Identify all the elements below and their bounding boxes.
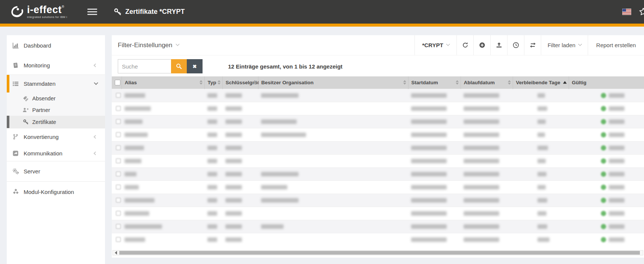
crypt-scope-dropdown[interactable]: *CRYPT	[414, 35, 456, 55]
valid-status	[572, 185, 644, 190]
row-checkbox[interactable]	[116, 224, 121, 229]
sidebar-item-stammdaten[interactable]: Stammdaten	[7, 75, 105, 92]
cubes-icon	[12, 189, 19, 195]
table-row[interactable]	[112, 89, 644, 102]
redacted-cell-text	[207, 159, 217, 163]
column-header-startdatum[interactable]: Startdatum	[408, 76, 461, 89]
scrollbar-thumb[interactable]	[119, 251, 640, 255]
sidebar-item-zertifikate[interactable]: Zertifikate	[7, 116, 105, 128]
column-header-besitzer-organisation[interactable]: Besitzer Organisation	[258, 76, 408, 89]
language-flag-icon[interactable]	[622, 9, 631, 15]
redacted-cell-text	[207, 133, 217, 137]
column-label: Startdatum	[411, 80, 438, 85]
chevron-down-icon	[578, 42, 582, 46]
sidebar-item-server[interactable]: Server	[7, 161, 105, 182]
history-button[interactable]	[507, 35, 524, 55]
row-checkbox[interactable]	[116, 172, 121, 176]
column-header-gueltig[interactable]: Gültig	[569, 76, 644, 89]
load-filter-dropdown[interactable]: Filter laden	[541, 35, 588, 55]
search-button[interactable]	[171, 59, 187, 73]
row-checkbox[interactable]	[116, 158, 121, 163]
row-checkbox[interactable]	[116, 93, 121, 98]
column-header-schluesselgroesse[interactable]: Schlüsselgröße	[222, 76, 258, 89]
redacted-cell-text	[411, 198, 447, 203]
row-checkbox[interactable]	[116, 119, 121, 124]
valid-status	[572, 198, 644, 203]
scroll-left-arrow-icon[interactable]	[115, 251, 117, 255]
cell-besitzer-organisation	[258, 141, 408, 154]
cell-typ	[204, 180, 222, 194]
row-checkbox[interactable]	[116, 211, 121, 216]
sidebar-item-label: Modul-Konfiguration	[24, 189, 74, 195]
table-row[interactable]	[112, 180, 644, 194]
table-row[interactable]	[112, 154, 644, 167]
refresh-button[interactable]	[456, 35, 473, 55]
row-select-cell	[112, 154, 122, 167]
redacted-status-text	[609, 133, 624, 137]
sidebar-item-dashboard[interactable]: Dashboard	[7, 35, 105, 56]
sort-icon	[403, 80, 406, 85]
table-row[interactable]	[112, 207, 644, 220]
column-label: Typ	[208, 80, 216, 85]
sidebar-item-absender[interactable]: Absender	[7, 92, 105, 104]
row-checkbox[interactable]	[116, 185, 121, 189]
table-row[interactable]	[112, 220, 644, 233]
row-checkbox[interactable]	[116, 106, 121, 111]
sidebar-item-monitoring[interactable]: Monitoring	[7, 56, 105, 75]
sidebar-item-modul-konfiguration[interactable]: Modul-Konfiguration	[7, 182, 105, 202]
sort-icon	[456, 80, 459, 85]
create-report-button[interactable]: Report erstellen	[588, 35, 644, 55]
sort-up-arrow-icon	[563, 81, 567, 84]
cell-alias	[122, 207, 204, 220]
column-header-ablaufdatum[interactable]: Ablaufdatum	[461, 76, 513, 89]
cell-ablaufdatum	[461, 220, 513, 233]
table-row[interactable]	[112, 194, 644, 207]
menu-toggle-icon[interactable]	[87, 9, 97, 15]
cell-besitzer-organisation	[258, 102, 408, 115]
cell-schluesselgroesse	[222, 207, 258, 220]
redacted-cell-text	[537, 159, 546, 163]
row-checkbox[interactable]	[116, 132, 121, 137]
table-row[interactable]	[112, 141, 644, 154]
sidebar-item-konvertierung[interactable]: Konvertierung	[7, 128, 105, 145]
cell-schluesselgroesse	[222, 220, 258, 233]
clear-search-button[interactable]: ✖	[187, 59, 203, 73]
row-checkbox[interactable]	[116, 237, 121, 242]
row-select-cell	[112, 102, 122, 115]
redacted-cell-text	[537, 172, 546, 176]
sidebar-item-kommunikation[interactable]: Kommunikation	[7, 145, 105, 161]
row-select-cell	[112, 194, 122, 207]
filter-settings-toggle[interactable]: Filter-Einstellungen	[112, 35, 179, 55]
sidebar-item-partner[interactable]: Partner	[7, 104, 105, 116]
add-button[interactable]	[473, 35, 490, 55]
search-input[interactable]	[118, 59, 171, 73]
favorite-star-icon[interactable]	[639, 7, 644, 16]
table-row[interactable]	[112, 102, 644, 115]
row-checkbox[interactable]	[116, 198, 121, 203]
redacted-cell-text	[207, 211, 217, 216]
select-all-checkbox[interactable]	[115, 80, 120, 85]
cell-ablaufdatum	[461, 180, 513, 194]
redacted-cell-text	[207, 185, 217, 189]
column-header-alias[interactable]: Alias	[122, 76, 204, 89]
column-header-typ[interactable]: Typ	[204, 76, 222, 89]
cell-ablaufdatum	[461, 167, 513, 180]
table-row[interactable]	[112, 115, 644, 128]
horizontal-scrollbar[interactable]	[113, 250, 643, 255]
select-all-header[interactable]	[112, 76, 122, 89]
column-header-verbleibende-tage[interactable]: Verbleibende Tage	[513, 76, 569, 89]
table-row[interactable]	[112, 128, 644, 141]
redacted-cell-text	[261, 185, 287, 189]
table-row[interactable]	[112, 167, 644, 180]
row-checkbox[interactable]	[116, 145, 121, 150]
cell-alias	[122, 220, 204, 233]
table-row[interactable]	[112, 233, 644, 246]
cell-ablaufdatum	[461, 207, 513, 220]
cell-typ	[204, 115, 222, 128]
navbar-right-icons	[622, 7, 644, 16]
redacted-cell-text	[261, 172, 299, 176]
cell-schluesselgroesse	[222, 141, 258, 154]
upload-button[interactable]	[490, 35, 507, 55]
chevron-left-icon	[94, 151, 98, 155]
transfer-button[interactable]	[524, 35, 541, 55]
